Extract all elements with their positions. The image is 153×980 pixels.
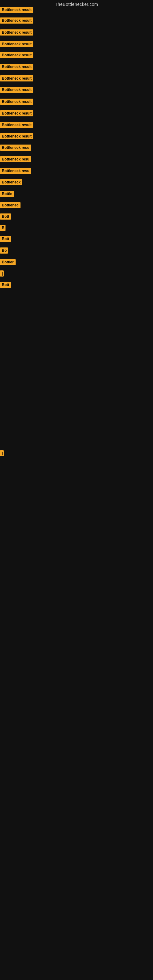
bottleneck-result-badge-9[interactable]: Bottleneck result <box>0 99 33 105</box>
bottleneck-result-badge-15[interactable]: Bottleneck resu <box>0 168 31 174</box>
bottleneck-result-badge-1[interactable]: Bottleneck result <box>0 7 33 13</box>
badge-row-11: Bottleneck result <box>0 122 33 128</box>
bottleneck-result-badge-19[interactable]: Bott <box>0 213 11 220</box>
badge-row-16: Bottleneck <box>0 179 22 185</box>
badge-row-3: Bottleneck result <box>0 29 33 35</box>
badge-row-13: Bottleneck resu <box>0 145 31 151</box>
bottleneck-result-badge-23[interactable]: Bottler <box>0 259 16 265</box>
badge-row-4: Bottleneck result <box>0 41 33 47</box>
badge-row-20: B <box>0 225 5 231</box>
badge-row-7: Bottleneck result <box>0 75 33 81</box>
bottleneck-result-badge-6[interactable]: Bottleneck result <box>0 64 33 70</box>
bottleneck-result-badge-7[interactable]: Bottleneck result <box>0 75 33 81</box>
bottleneck-result-badge-24[interactable]: | <box>0 270 4 277</box>
bottleneck-result-badge-26[interactable]: | <box>0 450 4 456</box>
bottleneck-result-badge-12[interactable]: Bottleneck result <box>0 133 33 139</box>
badge-row-8: Bottleneck result <box>0 87 33 93</box>
bottleneck-result-badge-20[interactable]: B <box>0 225 5 231</box>
bottleneck-result-badge-22[interactable]: Bo <box>0 247 8 254</box>
badge-row-6: Bottleneck result <box>0 64 33 70</box>
badge-row-25: Bott <box>0 282 11 288</box>
bottleneck-result-badge-4[interactable]: Bottleneck result <box>0 41 33 47</box>
badge-row-26: | <box>0 450 4 456</box>
badge-row-14: Bottleneck resu <box>0 156 31 162</box>
bottleneck-result-badge-2[interactable]: Bottleneck result <box>0 18 33 24</box>
bottleneck-result-badge-14[interactable]: Bottleneck resu <box>0 156 31 162</box>
badge-row-24: | <box>0 270 4 277</box>
bottleneck-result-badge-8[interactable]: Bottleneck result <box>0 87 33 93</box>
badge-row-1: Bottleneck result <box>0 7 33 13</box>
bottleneck-result-badge-13[interactable]: Bottleneck resu <box>0 145 31 151</box>
badge-row-23: Bottler <box>0 259 16 265</box>
badge-row-9: Bottleneck result <box>0 99 33 105</box>
badge-row-21: Bott <box>0 236 11 242</box>
badge-row-5: Bottleneck result <box>0 52 33 58</box>
bottleneck-result-badge-16[interactable]: Bottleneck <box>0 179 22 185</box>
bottleneck-result-badge-10[interactable]: Bottleneck result <box>0 110 33 116</box>
badge-row-18: Bottlenec <box>0 202 21 208</box>
bottleneck-result-badge-11[interactable]: Bottleneck result <box>0 122 33 128</box>
badge-row-17: Bottle <box>0 191 14 197</box>
bottleneck-result-badge-3[interactable]: Bottleneck result <box>0 29 33 35</box>
bottleneck-result-badge-18[interactable]: Bottlenec <box>0 202 21 208</box>
bottleneck-result-badge-5[interactable]: Bottleneck result <box>0 52 33 58</box>
bottleneck-result-badge-25[interactable]: Bott <box>0 282 11 288</box>
badge-row-12: Bottleneck result <box>0 133 33 139</box>
badge-row-22: Bo <box>0 247 8 254</box>
badge-row-2: Bottleneck result <box>0 18 33 24</box>
bottleneck-result-badge-21[interactable]: Bott <box>0 236 11 242</box>
bottleneck-result-badge-17[interactable]: Bottle <box>0 191 14 197</box>
badge-row-10: Bottleneck result <box>0 110 33 116</box>
badge-row-19: Bott <box>0 213 11 220</box>
badge-row-15: Bottleneck resu <box>0 168 31 174</box>
